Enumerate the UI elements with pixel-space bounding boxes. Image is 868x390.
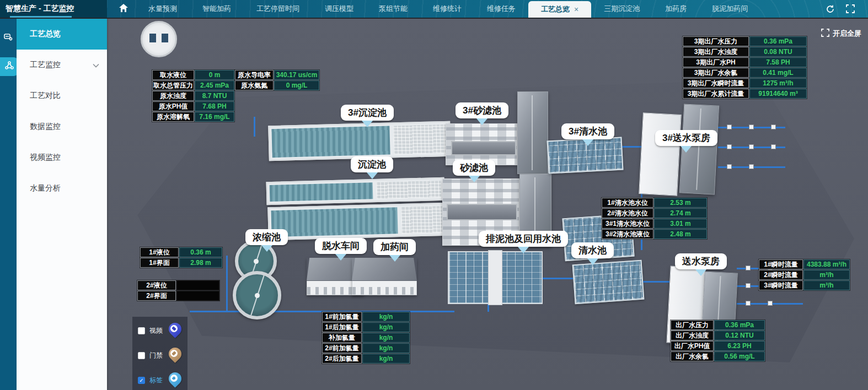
process-label-bubble[interactable]: 3#清水池 [561, 123, 614, 139]
tab-7[interactable]: 维修任务 [474, 0, 528, 18]
valve-cube [746, 266, 751, 270]
intake-well-structure [141, 21, 177, 57]
tab-5[interactable]: 泵组节能 [366, 0, 420, 18]
tab-10[interactable]: 加药房 [652, 0, 699, 18]
tab-8[interactable]: 工艺总览× [528, 1, 591, 18]
data-value: 2.45 mPa [195, 80, 234, 90]
data-row: 1#清水池水位2.53 m [602, 198, 707, 208]
production-monitor-rail-button[interactable] [0, 29, 17, 47]
chevron-down-icon [93, 61, 99, 69]
data-value: 2.74 m [654, 208, 707, 218]
tab-11[interactable]: 脱泥加药间 [699, 0, 760, 18]
layer-label: 标签 [149, 376, 163, 385]
tab-6[interactable]: 维修统计 [420, 0, 474, 18]
fullscreen-icon [821, 29, 829, 39]
layer-row: 视频 [138, 322, 182, 339]
layer-checkbox[interactable] [138, 327, 145, 334]
data-value: kg/n [362, 333, 410, 343]
valve-cube [768, 301, 773, 306]
process-label-bubble[interactable]: 3#送水泵房 [655, 130, 717, 146]
sidebar-item-1[interactable]: 工艺总览 [17, 19, 107, 50]
process-label-bubble[interactable]: 加药间 [373, 239, 416, 255]
sand-filter-roof [447, 204, 517, 220]
data-label: 3#1清水池水位 [602, 219, 653, 229]
tab-4[interactable]: 调压模型 [312, 0, 366, 18]
data-value: kg/n [362, 343, 410, 353]
process-label-bubble[interactable]: 送水泵房 [675, 253, 727, 269]
process-label-bubble[interactable]: 排泥池及回用水池 [479, 231, 568, 247]
process-network-rail-button[interactable] [0, 57, 19, 76]
data-row: 取水总管压力2.45 mPa [152, 80, 234, 90]
topbar-actions [812, 0, 868, 18]
data-row: 补加氯量kg/n [322, 333, 410, 343]
tag-pin-icon [168, 372, 182, 388]
process-label-bubble[interactable]: 浓缩池 [245, 229, 288, 245]
open-fullscreen-button[interactable]: 开启全屏 [821, 29, 861, 39]
data-value: 7.68 PH [195, 101, 234, 111]
refresh-icon[interactable] [826, 4, 835, 14]
tab-3[interactable]: 工艺停留时间 [244, 0, 312, 18]
data-value: 0.36 m [179, 247, 222, 257]
process-label-bubble[interactable]: 3#砂滤池 [456, 102, 508, 118]
outlet-water-panel: 出厂水压力0.36 mPa出厂水浊度0.12 NTU出厂水PH值6.23 PH出… [670, 319, 765, 362]
data-row: 3期出厂水压力0.36 mPa [683, 36, 807, 46]
fullscreen-icon[interactable] [846, 4, 855, 13]
data-value: 0.36 mPa [714, 320, 765, 330]
data-row: 3期出厂水浊度0.08 NTU [683, 47, 807, 57]
data-value: kg/n [362, 354, 410, 364]
layer-checkbox[interactable]: ✓ [138, 377, 145, 384]
home-button[interactable] [107, 0, 136, 18]
sidebar-item-label: 水量分析 [30, 183, 61, 193]
data-label: 取水总管压力 [152, 80, 194, 90]
dosing-room-building [352, 258, 417, 295]
data-value: 0.08 NTU [749, 47, 807, 57]
sidebar-item-5[interactable]: 视频监控 [17, 142, 107, 173]
sidebar-item-6[interactable]: 水量分析 [17, 173, 107, 204]
data-row: 原水氨氮0 mg/L [235, 80, 319, 90]
process-label-bubble[interactable]: 清水池 [571, 242, 614, 258]
sidebar-item-2[interactable]: 工艺监控 [17, 50, 107, 80]
tab-close-icon[interactable]: × [574, 5, 578, 14]
data-value: 0.41 mg/L [749, 68, 807, 78]
data-row: 出厂水余氯0.56 mg/L [671, 351, 765, 361]
sidebar-item-4[interactable]: 数据监控 [17, 111, 107, 142]
tab-9[interactable]: 三期沉淀池 [591, 0, 652, 18]
sidebar-item-3[interactable]: 工艺对比 [17, 80, 107, 111]
sidebar-menu: 工艺总览工艺监控工艺对比数据监控视频监控水量分析 [17, 19, 107, 390]
sidebar-item-label: 视频监控 [30, 153, 61, 162]
data-row: 3期出厂水瞬时流量1275 m³/h [683, 78, 807, 88]
tab-1[interactable]: 水量预测 [136, 0, 190, 18]
sludge-and-reuse-pools [448, 251, 543, 304]
data-label: 1#液位 [140, 247, 179, 257]
process-label-bubble[interactable]: 砂滤池 [453, 160, 495, 176]
data-label: 2#清水池水位 [602, 208, 653, 218]
data-row: 出厂水浊度0.12 NTU [671, 331, 765, 340]
data-label: 3期出厂水PH [683, 57, 749, 67]
layer-checkbox[interactable] [138, 352, 145, 359]
data-row: 1#后加氯量kg/n [322, 322, 410, 332]
open-fullscreen-label: 开启全屏 [833, 29, 861, 39]
data-row: 3期出厂水累计流量91914640 m³ [683, 89, 807, 99]
data-row: 原水PH值7.68 PH [152, 101, 234, 111]
data-value: kg/n [362, 312, 410, 322]
process-label-bubble[interactable]: 3#沉淀池 [341, 105, 394, 121]
data-label: 3期出厂水累计流量 [683, 89, 749, 99]
production-gear-icon [3, 32, 13, 44]
process-label-bubble[interactable]: 沉淀池 [351, 156, 393, 172]
data-row: 2#液位 [137, 280, 219, 290]
icon-rail [0, 19, 17, 390]
data-value [176, 291, 219, 301]
tab-label: 智能加药 [202, 4, 231, 14]
data-row: 出厂水压力0.36 mPa [671, 320, 765, 330]
data-value: 4383.88 m³/h [803, 259, 850, 269]
valve-cube [771, 144, 776, 149]
data-label: 原水导电率 [235, 70, 274, 80]
data-label: 2#后加氯量 [322, 354, 362, 364]
thickener1-data-panel: 1#液位0.36 m1#界面2.98 m [140, 247, 223, 268]
data-row: 3期出厂水余氯0.41 mg/L [683, 68, 807, 78]
sidebar-item-label: 工艺总览 [30, 29, 61, 39]
tab-2[interactable]: 智能加药 [190, 0, 244, 18]
valve-cube [727, 144, 732, 149]
data-row: 2#前加氯量kg/n [322, 343, 410, 353]
process-label-bubble[interactable]: 脱水车间 [315, 238, 367, 254]
